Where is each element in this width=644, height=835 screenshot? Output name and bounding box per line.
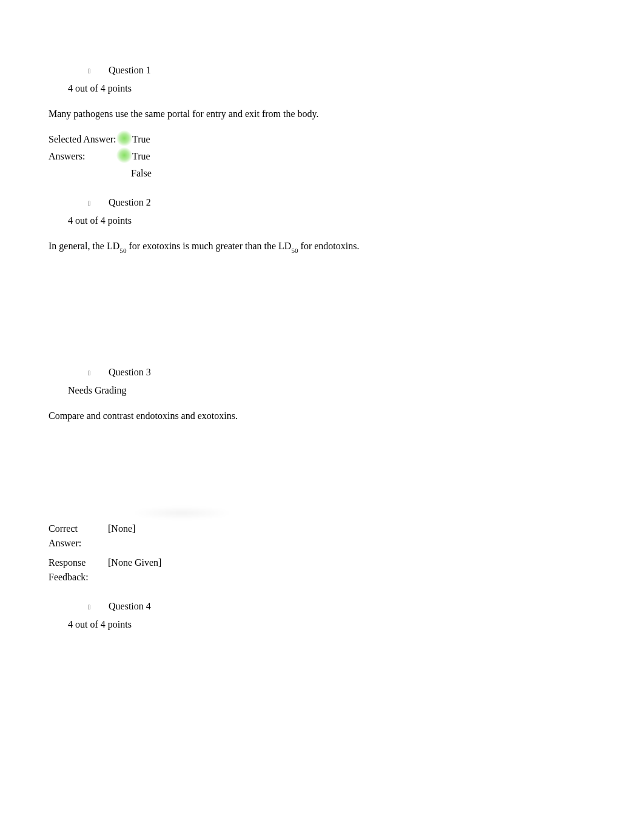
answer-true-text: True <box>132 151 150 161</box>
question-label: Question 1 <box>109 65 151 75</box>
response-feedback-row: Response Feedback: [None Given] <box>49 555 608 585</box>
question-label: Question 2 <box>109 197 151 207</box>
selected-answer-label: Selected Answer: <box>49 132 121 147</box>
question-text: Many pathogens use the same portal for e… <box>49 107 608 121</box>
bullet-icon:  <box>88 66 106 76</box>
question-text: In general, the LD50 for exotoxins is mu… <box>49 239 608 255</box>
question-points: 4 out of 4 points <box>68 617 608 632</box>
question-label: Question 4 <box>109 601 151 611</box>
label-line: Response <box>49 557 86 568</box>
correct-answer-value: [None] <box>91 521 135 551</box>
answers-row: Answers: True <box>49 149 608 164</box>
question-label: Question 3 <box>109 367 151 377</box>
question-header-3:  Question 3 <box>88 365 608 380</box>
bullet-icon:  <box>88 368 106 378</box>
question-header-2:  Question 2 <box>88 195 608 210</box>
question-points: Needs Grading <box>68 383 608 398</box>
selected-answer-text: True <box>132 134 150 144</box>
qtext-part: for exotoxins is much greater than the L… <box>126 241 291 251</box>
question-text: Compare and contrast endotoxins and exot… <box>49 409 608 423</box>
blank-space <box>49 266 608 350</box>
qtext-sub: 50 <box>119 247 126 254</box>
answer-true: True <box>121 149 150 164</box>
response-feedback-value: [None Given] <box>91 555 161 585</box>
question-points: 4 out of 4 points <box>68 81 608 96</box>
question-points: 4 out of 4 points <box>68 213 608 228</box>
correct-answer-label: Correct Answer: <box>49 521 91 551</box>
blank-space <box>49 434 608 507</box>
blurred-content <box>112 507 252 519</box>
bullet-icon:  <box>88 198 106 209</box>
qtext-part: for endotoxins. <box>298 241 360 251</box>
bullet-icon:  <box>88 602 106 612</box>
label-line: Feedback: <box>49 572 89 582</box>
response-table: Correct Answer: [None] Response Feedback… <box>49 521 608 585</box>
selected-answer-value: True <box>121 132 150 147</box>
qtext-sub: 50 <box>291 247 298 254</box>
answers-label: Answers: <box>49 149 121 164</box>
label-line: Correct <box>49 523 78 534</box>
label-line: Answer: <box>49 538 81 548</box>
selected-answer-row: Selected Answer: True <box>49 132 608 147</box>
answer-false: False <box>120 166 608 181</box>
response-feedback-label: Response Feedback: <box>49 555 91 585</box>
question-header-4:  Question 4 <box>88 599 608 614</box>
question-header-1:  Question 1 <box>88 63 608 78</box>
correct-answer-row: Correct Answer: [None] <box>49 521 608 551</box>
qtext-part: In general, the LD <box>49 241 119 251</box>
